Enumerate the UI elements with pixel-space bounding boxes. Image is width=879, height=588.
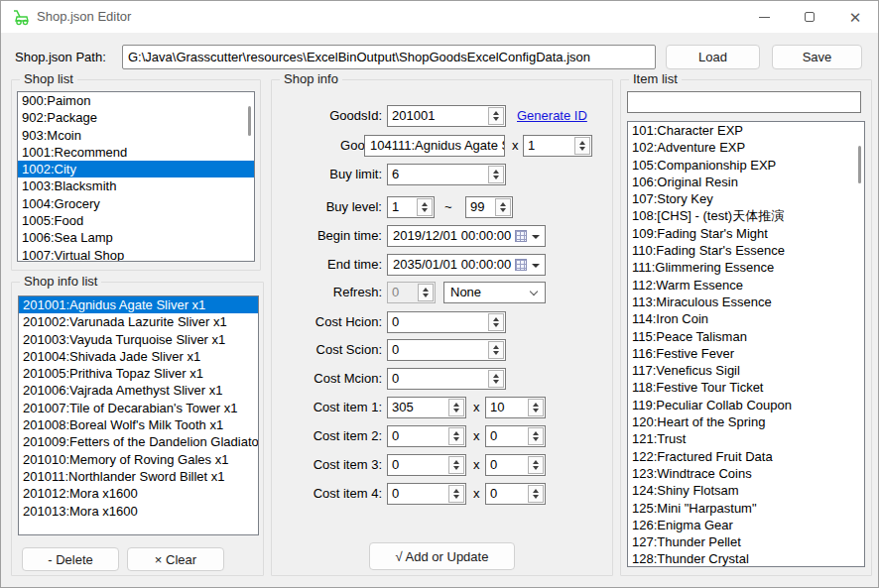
- buy-limit-spinner[interactable]: 6: [387, 164, 506, 185]
- spinner-arrows-icon[interactable]: [574, 137, 590, 155]
- list-item[interactable]: 121:Trust: [628, 430, 864, 447]
- cost-item-2-count-spinner[interactable]: 0: [485, 425, 546, 447]
- spinner-arrows-icon[interactable]: [528, 399, 544, 416]
- close-button[interactable]: ✕: [832, 1, 878, 33]
- list-item[interactable]: 1004:Grocery: [18, 195, 254, 212]
- list-item[interactable]: 1003:Blacksmith: [18, 177, 254, 194]
- list-item[interactable]: 118:Festive Tour Ticket: [628, 379, 864, 396]
- dropdown-arrow-icon[interactable]: [532, 264, 540, 268]
- list-item[interactable]: 201012:Mora x1600: [19, 485, 258, 502]
- list-item[interactable]: 201009:Fetters of the Dandelion Gladiato: [19, 433, 258, 450]
- end-time-picker[interactable]: 2035/01/01 00:00:00: [387, 254, 546, 276]
- list-item[interactable]: 201004:Shivada Jade Sliver x1: [19, 348, 258, 365]
- list-item[interactable]: 123:Windtrace Coins: [628, 465, 864, 482]
- dropdown-arrow-icon[interactable]: [532, 235, 540, 239]
- list-item[interactable]: 115:Peace Talisman: [628, 328, 864, 345]
- list-item[interactable]: 117:Veneficus Sigil: [628, 362, 864, 379]
- list-item[interactable]: 1006:Sea Lamp: [18, 229, 254, 246]
- cost-scion-spinner[interactable]: 0: [387, 339, 506, 361]
- minimize-button[interactable]: [741, 1, 787, 33]
- list-item[interactable]: 112:Warm Essence: [628, 277, 864, 294]
- save-button[interactable]: Save: [772, 45, 862, 69]
- list-item[interactable]: 201010:Memory of Roving Gales x1: [19, 451, 258, 468]
- clear-button[interactable]: × Clear: [127, 547, 224, 571]
- list-item[interactable]: 900:Paimon: [18, 92, 254, 109]
- list-item[interactable]: 1001:Recommend: [18, 144, 254, 161]
- cost-hcion-spinner[interactable]: 0: [387, 311, 506, 333]
- cost-item-3-id-spinner[interactable]: 0: [387, 454, 466, 476]
- list-item[interactable]: 201013:Mora x1600: [19, 503, 258, 520]
- list-item[interactable]: 122:Fractured Fruit Data: [628, 448, 864, 465]
- maximize-button[interactable]: [787, 1, 832, 33]
- spinner-arrows-icon[interactable]: [488, 313, 504, 331]
- list-item[interactable]: 111:Glimmering Essence: [628, 259, 864, 276]
- spinner-arrows-icon[interactable]: [488, 370, 504, 388]
- load-button[interactable]: Load: [666, 45, 760, 69]
- generate-id-link[interactable]: Generate ID: [517, 105, 587, 127]
- goods-input[interactable]: 104111:Agnidus Agate S: [364, 135, 505, 157]
- cost-item-1-id-spinner[interactable]: 305: [387, 397, 466, 418]
- cost-item-3-count-spinner[interactable]: 0: [485, 454, 546, 476]
- list-item[interactable]: 116:Festive Fever: [628, 345, 864, 362]
- item-listbox[interactable]: 101:Character EXP102:Adventure EXP105:Co…: [627, 121, 865, 567]
- scrollbar-thumb[interactable]: [248, 106, 251, 136]
- spinner-arrows-icon[interactable]: [448, 427, 464, 445]
- spinner-arrows-icon[interactable]: [488, 107, 504, 125]
- list-item[interactable]: 201008:Boreal Wolf's Milk Tooth x1: [19, 416, 258, 433]
- cost-item-4-count-spinner[interactable]: 0: [485, 483, 546, 505]
- goods-count-spinner[interactable]: 1: [523, 135, 592, 157]
- list-item[interactable]: 110:Fading Star's Essence: [628, 242, 864, 259]
- list-item[interactable]: 1002:City: [18, 161, 254, 177]
- buy-level-max-spinner[interactable]: 99: [465, 196, 513, 218]
- cost-item-1-count-spinner[interactable]: 10: [485, 397, 546, 418]
- list-item[interactable]: 201006:Vajrada Amethyst Sliver x1: [19, 382, 258, 399]
- shop-info-listbox[interactable]: 201001:Agnidus Agate Sliver x1201002:Var…: [18, 295, 259, 535]
- list-item[interactable]: 109:Fading Star's Might: [628, 225, 864, 242]
- title-bar[interactable]: Shop.json Editor ✕: [1, 1, 878, 33]
- list-item[interactable]: 114:Iron Coin: [628, 310, 864, 327]
- list-item[interactable]: 113:Miraculous Essence: [628, 294, 864, 310]
- list-item[interactable]: 1005:Food: [18, 212, 254, 229]
- list-item[interactable]: 201005:Prithiva Topaz Sliver x1: [19, 365, 258, 382]
- cost-item-2-id-spinner[interactable]: 0: [387, 425, 466, 447]
- list-item[interactable]: 101:Character EXP: [628, 122, 864, 139]
- list-item[interactable]: 108:[CHS] - (test)天体推演: [628, 207, 864, 224]
- list-item[interactable]: 107:Story Key: [628, 190, 864, 207]
- list-item[interactable]: 128:Thunder Crystal: [628, 550, 864, 567]
- spinner-arrows-icon[interactable]: [448, 456, 464, 474]
- list-item[interactable]: 105:Companionship EXP: [628, 157, 864, 174]
- spinner-arrows-icon[interactable]: [528, 485, 544, 503]
- delete-button[interactable]: - Delete: [22, 547, 119, 571]
- spinner-arrows-icon[interactable]: [488, 166, 504, 183]
- spinner-arrows-icon[interactable]: [448, 485, 464, 503]
- begin-time-picker[interactable]: 2019/12/01 00:00:00: [387, 225, 546, 247]
- goodsid-spinner[interactable]: 201001: [387, 105, 506, 127]
- item-search-input[interactable]: [627, 91, 861, 113]
- list-item[interactable]: 1007:Virtual Shop: [18, 247, 254, 262]
- spinner-arrows-icon[interactable]: [488, 341, 504, 359]
- list-item[interactable]: 201001:Agnidus Agate Sliver x1: [19, 296, 258, 313]
- spinner-arrows-icon[interactable]: [495, 198, 511, 216]
- cost-item-4-id-spinner[interactable]: 0: [387, 483, 466, 505]
- list-item[interactable]: 120:Heart of the Spring: [628, 413, 864, 430]
- shop-listbox[interactable]: 900:Paimon902:Package903:Mcoin1001:Recom…: [17, 91, 255, 262]
- scrollbar-thumb[interactable]: [858, 146, 861, 183]
- list-item[interactable]: 125:Mini "Harpastum": [628, 500, 864, 517]
- spinner-arrows-icon[interactable]: [528, 427, 544, 445]
- list-item[interactable]: 903:Mcoin: [18, 127, 254, 144]
- list-item[interactable]: 124:Shiny Flotsam: [628, 482, 864, 499]
- spinner-arrows-icon[interactable]: [528, 456, 544, 474]
- list-item[interactable]: 102:Adventure EXP: [628, 139, 864, 156]
- add-or-update-button[interactable]: √ Add or Update: [369, 542, 515, 570]
- spinner-arrows-icon[interactable]: [417, 198, 433, 216]
- list-item[interactable]: 201003:Vayuda Turquoise Sliver x1: [19, 331, 258, 348]
- list-item[interactable]: 201011:Northlander Sword Billet x1: [19, 468, 258, 485]
- list-item[interactable]: 106:Original Resin: [628, 174, 864, 190]
- list-item[interactable]: 201007:Tile of Decarabian's Tower x1: [19, 400, 258, 416]
- list-item[interactable]: 126:Enigma Gear: [628, 517, 864, 533]
- list-item[interactable]: 127:Thunder Pellet: [628, 533, 864, 550]
- list-item[interactable]: 201002:Varunada Lazurite Sliver x1: [19, 313, 258, 330]
- list-item[interactable]: 902:Package: [18, 109, 254, 126]
- refresh-mode-dropdown[interactable]: None: [443, 282, 546, 303]
- buy-level-min-spinner[interactable]: 1: [387, 196, 435, 218]
